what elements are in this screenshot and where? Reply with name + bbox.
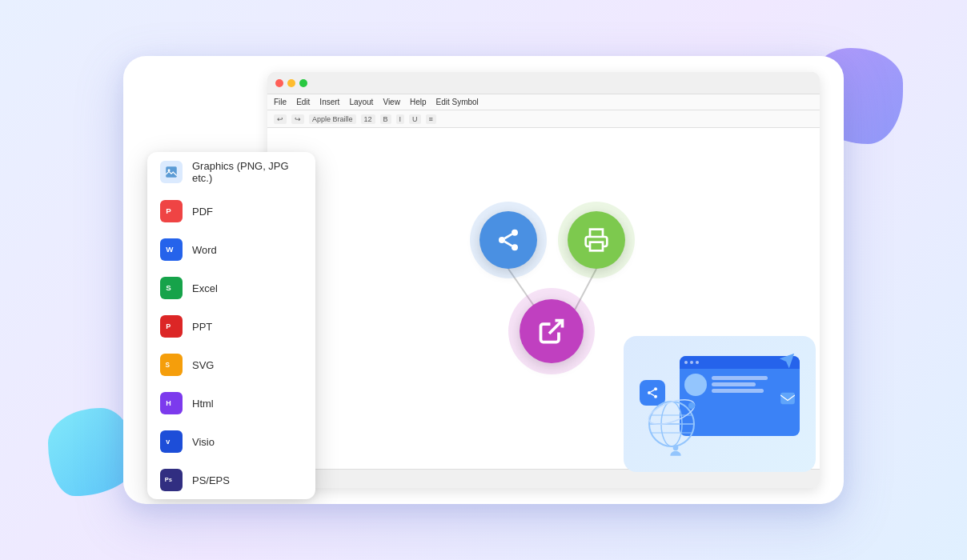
maximize-button[interactable] xyxy=(299,79,307,87)
menu-item-html[interactable]: H Html xyxy=(147,384,315,422)
svg-text:S: S xyxy=(166,362,171,369)
toolbar-redo[interactable]: ↪ xyxy=(291,114,304,124)
visio-label: Visio xyxy=(192,436,215,448)
connector-lines xyxy=(431,179,656,419)
menu-edit-symbol[interactable]: Edit Symbol xyxy=(435,98,478,106)
menu-file[interactable]: File xyxy=(274,98,287,106)
toolbar-size[interactable]: 12 xyxy=(361,114,375,124)
illustration-inner xyxy=(640,348,800,460)
toolbar-undo[interactable]: ↩ xyxy=(274,114,287,124)
illus-line-1 xyxy=(712,376,768,380)
svg-label: SVG xyxy=(192,359,214,371)
menu-item-visio[interactable]: v Visio xyxy=(147,422,315,461)
menu-item-pdf[interactable]: P PDF xyxy=(147,192,315,230)
menu-item-excel[interactable]: S Excel xyxy=(147,269,315,307)
word-label: Word xyxy=(192,244,217,256)
ppt-label: PPT xyxy=(192,321,212,333)
illus-user-icon xyxy=(668,442,684,458)
excel-icon: S xyxy=(160,277,183,299)
illus-plane xyxy=(778,352,796,374)
ppt-icon: P xyxy=(160,315,183,338)
menu-item-word[interactable]: W Word xyxy=(147,230,315,269)
menu-item-graphics[interactable]: Graphics (PNG, JPG etc.) xyxy=(147,152,315,192)
svg-text:P: P xyxy=(166,322,171,330)
html-label: Html xyxy=(192,398,214,410)
svg-rect-9 xyxy=(166,166,177,178)
illus-line-2 xyxy=(712,382,756,386)
illus-dot-3 xyxy=(696,361,699,364)
pdf-icon: P xyxy=(160,200,183,222)
menu-item-ps[interactable]: Ps PS/EPS xyxy=(147,461,315,499)
close-button[interactable] xyxy=(275,79,283,87)
node-share[interactable] xyxy=(479,211,537,269)
visio-icon: v xyxy=(160,430,183,453)
svg-line-6 xyxy=(504,234,512,238)
excel-label: Excel xyxy=(192,282,218,294)
node-export[interactable] xyxy=(520,299,584,363)
svg-text:H: H xyxy=(166,399,171,407)
svg-point-3 xyxy=(499,237,505,243)
export-menu: Graphics (PNG, JPG etc.) P PDF W Word xyxy=(147,152,315,499)
svg-text:v: v xyxy=(166,438,170,446)
pdf-label: PDF xyxy=(192,206,213,218)
menu-item-ppt[interactable]: P PPT xyxy=(147,307,315,346)
window-toolbar: ↩ ↪ Apple Braille 12 B I U ≡ xyxy=(267,110,820,128)
svg-point-30 xyxy=(688,402,695,409)
window-menubar: File Edit Insert Layout View Help Edit S… xyxy=(267,94,820,110)
menu-help[interactable]: Help xyxy=(410,98,427,106)
svg-line-8 xyxy=(549,321,563,334)
svg-text:W: W xyxy=(166,245,174,254)
svg-text:P: P xyxy=(166,206,171,215)
menu-item-svg[interactable]: S SVG xyxy=(147,346,315,384)
illus-email-icon xyxy=(780,392,796,405)
ps-label: PS/EPS xyxy=(192,474,230,486)
menu-view[interactable]: View xyxy=(383,98,400,106)
svg-point-10 xyxy=(168,169,171,171)
svg-text:S: S xyxy=(166,283,171,292)
menu-layout[interactable]: Layout xyxy=(349,98,373,106)
svg-rect-7 xyxy=(590,242,603,251)
illus-text-lines xyxy=(712,374,768,396)
toolbar-font[interactable]: Apple Braille xyxy=(309,114,356,124)
device-container: File Edit Insert Layout View Help Edit S… xyxy=(123,56,844,504)
share-illustration xyxy=(624,336,816,472)
graphics-icon xyxy=(160,161,183,183)
svg-point-31 xyxy=(673,445,679,450)
html-icon: H xyxy=(160,392,183,414)
toolbar-underline[interactable]: U xyxy=(409,114,421,124)
titlebar-dots xyxy=(275,79,307,87)
node-print[interactable] xyxy=(568,211,625,269)
ps-icon: Ps xyxy=(160,469,183,491)
toolbar-bold[interactable]: B xyxy=(380,114,391,124)
svg-point-2 xyxy=(512,230,518,236)
svg-rect-32 xyxy=(780,393,795,404)
illus-line-3 xyxy=(712,389,764,393)
toolbar-italic[interactable]: I xyxy=(396,114,405,124)
window-titlebar xyxy=(267,72,820,94)
menu-insert[interactable]: Insert xyxy=(319,98,339,106)
illus-dot-1 xyxy=(684,361,688,364)
svg-icon: S xyxy=(160,354,183,376)
menu-edit[interactable]: Edit xyxy=(296,98,310,106)
toolbar-align[interactable]: ≡ xyxy=(426,114,436,124)
diagram-area xyxy=(431,179,656,419)
svg-text:Ps: Ps xyxy=(165,476,172,483)
minimize-button[interactable] xyxy=(287,79,295,87)
svg-line-5 xyxy=(504,242,512,246)
illus-dot-2 xyxy=(690,361,693,364)
graphics-label: Graphics (PNG, JPG etc.) xyxy=(192,160,303,184)
word-icon: W xyxy=(160,238,183,261)
svg-point-4 xyxy=(512,244,518,250)
